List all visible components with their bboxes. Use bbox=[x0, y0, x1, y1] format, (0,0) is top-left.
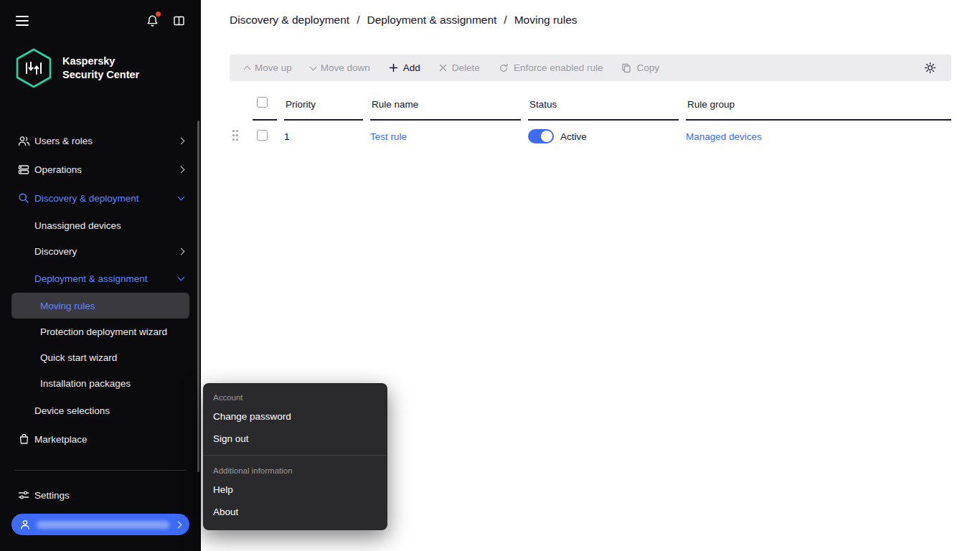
sidebar-item-label: Moving rules bbox=[40, 301, 172, 311]
sidebar-item-label: Discovery & deployment bbox=[34, 193, 179, 204]
refresh-icon bbox=[499, 63, 509, 73]
brand-logo: Kaspersky Security Center bbox=[14, 47, 201, 89]
menu-item-help[interactable]: Help bbox=[203, 479, 387, 501]
select-all-checkbox[interactable] bbox=[257, 97, 268, 108]
chevron-down-icon bbox=[309, 63, 316, 70]
sidebar-item-protection-deployment-wizard[interactable]: Protection deployment wizard bbox=[11, 319, 189, 344]
chevron-right-icon bbox=[178, 166, 185, 173]
sidebar-scrollbar[interactable] bbox=[197, 121, 199, 472]
move-down-label: Move down bbox=[321, 62, 370, 73]
sidebar-item-users-roles[interactable]: Users & roles bbox=[0, 126, 201, 155]
column-header-rule-group[interactable]: Rule group bbox=[686, 99, 951, 121]
breadcrumb: Discovery & deployment / Deployment & as… bbox=[201, 0, 980, 40]
move-up-button[interactable]: Move up bbox=[235, 55, 301, 81]
table-row: 1 Test rule Active Managed devices bbox=[230, 121, 951, 152]
sidebar-item-label: Device selections bbox=[34, 405, 184, 416]
hamburger-icon bbox=[16, 16, 29, 26]
brand-name: Kaspersky Security Center bbox=[62, 55, 139, 82]
plus-icon bbox=[389, 63, 398, 72]
delete-label: Delete bbox=[452, 62, 480, 73]
menu-divider bbox=[203, 455, 387, 456]
sidebar-item-label: Settings bbox=[34, 490, 184, 501]
settings-sliders-icon bbox=[17, 490, 30, 500]
sidebar-item-label: Protection deployment wizard bbox=[40, 326, 172, 337]
sidebar-top-bar bbox=[0, 0, 201, 29]
sidebar-item-device-selections[interactable]: Device selections bbox=[0, 396, 201, 425]
operations-icon bbox=[17, 164, 30, 175]
sidebar-item-unassigned-devices[interactable]: Unassigned devices bbox=[0, 212, 201, 238]
sidebar-item-label: Operations bbox=[34, 164, 179, 175]
breadcrumb-item-moving-rules: Moving rules bbox=[514, 14, 578, 27]
user-account-button[interactable] bbox=[11, 514, 189, 535]
column-header-priority[interactable]: Priority bbox=[284, 99, 363, 121]
side-panel-toggle-button[interactable] bbox=[171, 14, 187, 28]
kaspersky-hexagon-logo-icon bbox=[14, 47, 53, 89]
rule-group-link[interactable]: Managed devices bbox=[686, 131, 762, 142]
sidebar-item-marketplace[interactable]: Marketplace bbox=[0, 425, 201, 453]
sidebar-item-discovery-deployment[interactable]: Discovery & deployment bbox=[0, 184, 201, 212]
delete-button[interactable]: Delete bbox=[430, 55, 489, 81]
rule-name-link[interactable]: Test rule bbox=[370, 131, 407, 142]
row-checkbox[interactable] bbox=[257, 130, 268, 141]
chevron-right-icon bbox=[178, 248, 185, 255]
chevron-right-icon bbox=[178, 137, 185, 144]
toolbar: Move up Move down Add Delete bbox=[230, 55, 951, 81]
sidebar-item-label: Discovery bbox=[34, 246, 179, 257]
column-header-status[interactable]: Status bbox=[528, 99, 679, 121]
sidebar-item-discovery[interactable]: Discovery bbox=[0, 238, 201, 264]
enforce-label: Enforce enabled rule bbox=[514, 62, 603, 73]
search-icon bbox=[17, 192, 30, 204]
breadcrumb-item-discovery-deployment[interactable]: Discovery & deployment bbox=[230, 14, 349, 27]
add-label: Add bbox=[403, 62, 420, 73]
breadcrumb-item-deployment-assignment[interactable]: Deployment & assignment bbox=[367, 14, 496, 27]
menu-item-sign-out[interactable]: Sign out bbox=[203, 428, 387, 450]
status-toggle[interactable] bbox=[528, 129, 554, 143]
sidebar-divider bbox=[14, 470, 187, 471]
sidebar-item-installation-packages[interactable]: Installation packages bbox=[11, 370, 189, 396]
account-context-menu: Account Change password Sign out Additio… bbox=[203, 383, 387, 530]
menu-section-additional-information: Additional information bbox=[203, 461, 387, 479]
enforce-enabled-rule-button[interactable]: Enforce enabled rule bbox=[489, 55, 613, 81]
gear-icon bbox=[924, 62, 936, 74]
chevron-down-icon bbox=[178, 194, 185, 201]
cell-priority: 1 bbox=[284, 131, 363, 142]
sidebar-item-settings[interactable]: Settings bbox=[0, 481, 201, 509]
sidebar-item-operations[interactable]: Operations bbox=[0, 155, 201, 184]
cell-status: Active bbox=[528, 129, 679, 143]
menu-section-account: Account bbox=[203, 387, 387, 405]
status-label: Active bbox=[560, 131, 587, 142]
sidebar: Kaspersky Security Center Users & roles bbox=[0, 0, 201, 551]
table-header-row: Priority Rule name Status Rule group bbox=[230, 97, 951, 121]
panel-icon bbox=[173, 15, 185, 27]
sidebar-item-label: Unassigned devices bbox=[34, 220, 184, 231]
copy-icon bbox=[621, 63, 631, 73]
sidebar-item-quick-start-wizard[interactable]: Quick start wizard bbox=[11, 344, 189, 370]
notifications-button[interactable] bbox=[145, 13, 160, 29]
sidebar-item-deployment-assignment[interactable]: Deployment & assignment bbox=[0, 264, 201, 293]
sidebar-item-label: Installation packages bbox=[40, 378, 172, 389]
users-icon bbox=[17, 136, 30, 146]
sidebar-item-label: Users & roles bbox=[34, 136, 179, 146]
sidebar-item-label: Deployment & assignment bbox=[34, 273, 179, 284]
copy-button[interactable]: Copy bbox=[612, 55, 669, 81]
notification-dot bbox=[156, 11, 161, 17]
move-down-button[interactable]: Move down bbox=[301, 55, 380, 81]
user-avatar-icon bbox=[20, 519, 30, 529]
menu-item-about[interactable]: About bbox=[203, 501, 387, 523]
copy-label: Copy bbox=[636, 62, 659, 73]
sidebar-item-moving-rules[interactable]: Moving rules bbox=[11, 293, 189, 319]
column-header-rule-name[interactable]: Rule name bbox=[370, 99, 521, 121]
sidebar-item-label: Quick start wizard bbox=[40, 352, 172, 363]
table-settings-button[interactable] bbox=[915, 55, 946, 81]
chevron-down-icon bbox=[178, 274, 185, 281]
chevron-right-icon bbox=[175, 521, 182, 528]
add-button[interactable]: Add bbox=[380, 55, 430, 81]
toggle-knob bbox=[541, 131, 552, 142]
username-redacted bbox=[37, 521, 169, 529]
hamburger-menu-button[interactable] bbox=[14, 14, 30, 27]
move-up-label: Move up bbox=[255, 62, 292, 73]
moving-rules-table: Priority Rule name Status Rule group 1 T… bbox=[230, 97, 951, 152]
drag-handle[interactable] bbox=[230, 130, 245, 143]
menu-item-change-password[interactable]: Change password bbox=[203, 405, 387, 428]
sidebar-nav: Users & roles Operations Discovery & dep… bbox=[0, 126, 201, 453]
